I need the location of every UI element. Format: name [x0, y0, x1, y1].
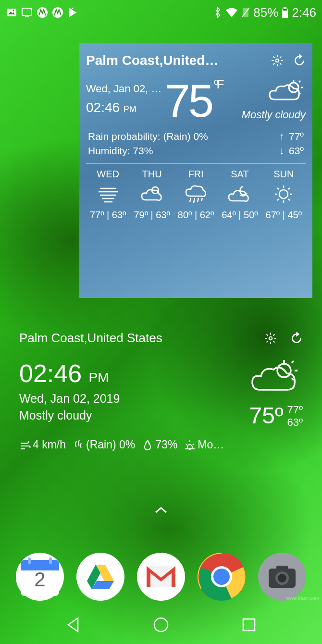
calendar-app[interactable]: 2: [16, 553, 64, 601]
date-text: Wed, Jan 02, …: [86, 83, 161, 95]
gmail-app[interactable]: [137, 553, 185, 601]
weather-widget-large[interactable]: Palm Coast,United… Wed, Jan 02, … 02:46 …: [79, 43, 312, 298]
svg-line-36: [277, 199, 279, 200]
svg-point-2: [13, 10, 14, 12]
svg-rect-53: [28, 557, 31, 564]
wind-icon: [19, 439, 31, 451]
camera-app[interactable]: [258, 553, 306, 601]
svg-line-37: [288, 188, 290, 189]
refresh-icon[interactable]: [293, 54, 306, 67]
mostly-cloudy-icon: [267, 78, 306, 107]
svg-point-29: [279, 190, 288, 198]
svg-line-7: [71, 8, 74, 10]
picture-icon: [6, 7, 17, 18]
refresh-icon[interactable]: [290, 332, 303, 345]
rain-probability: Rain probability: (Rain) 0%: [88, 131, 208, 142]
svg-point-64: [213, 569, 230, 585]
svg-line-43: [292, 378, 294, 380]
watermark: www.frfam.com: [286, 595, 319, 601]
recent-button[interactable]: [240, 616, 258, 633]
home-button[interactable]: [152, 616, 170, 633]
low-temp: 63º: [287, 416, 303, 429]
weather-widget-small[interactable]: Palm Coast,United States 02:46 PM Wed, J…: [19, 331, 303, 451]
chrome-app[interactable]: [198, 553, 246, 601]
forecast-day[interactable]: SAT 64º | 50º: [218, 169, 261, 221]
wifi-icon: [225, 7, 238, 18]
humidity-label: Humidity: 73%: [88, 145, 208, 157]
humidity-stat: 73%: [142, 438, 177, 451]
status-bar: 85% 2:46: [0, 0, 322, 25]
svg-line-27: [198, 198, 198, 202]
svg-line-47: [186, 444, 187, 445]
svg-rect-58: [147, 566, 175, 587]
night-cloudy-icon: [228, 184, 252, 205]
drive-app[interactable]: [76, 553, 124, 601]
no-sim-icon: [241, 7, 250, 18]
svg-line-48: [193, 444, 194, 445]
high-temp: ↑ 77º: [279, 131, 304, 142]
forecast-day[interactable]: SUN 67º | 45º: [262, 169, 306, 221]
wind-stat: 4 km/h: [19, 438, 66, 451]
cast-icon: [21, 7, 33, 18]
forecast-row: WED 77º | 63º THU 79º | 63º FRI 80º | 62…: [86, 169, 306, 221]
navigation-bar: [0, 606, 322, 644]
svg-line-35: [288, 199, 290, 200]
condition-text: Mostly cloudy: [19, 409, 120, 422]
svg-point-69: [154, 618, 168, 632]
svg-rect-66: [276, 566, 288, 570]
battery-icon: [281, 7, 289, 18]
app-drawer-arrow[interactable]: [154, 506, 168, 515]
svg-point-13: [276, 59, 279, 62]
low-temp: ↓ 63º: [279, 145, 304, 157]
svg-line-25: [190, 198, 191, 202]
temperature-large: 75ºF: [164, 78, 222, 124]
back-button[interactable]: [64, 616, 82, 633]
temperature-large: 75º: [249, 402, 284, 429]
high-temp: 77º: [287, 404, 303, 416]
humidity-icon: [142, 439, 153, 451]
svg-line-34: [277, 188, 279, 189]
battery-percent: 85%: [253, 5, 278, 20]
motorola-icon: [37, 7, 48, 18]
svg-rect-12: [283, 9, 287, 11]
time-text: 02:46 PM: [86, 100, 161, 115]
svg-rect-3: [22, 8, 32, 15]
svg-line-28: [201, 198, 202, 201]
svg-text:2: 2: [34, 568, 45, 591]
dock: 2: [0, 553, 322, 601]
svg-rect-70: [243, 619, 255, 631]
svg-line-17: [299, 81, 300, 82]
fog-icon: [96, 184, 120, 205]
sun-icon: [272, 184, 296, 205]
mostly-cloudy-icon: [249, 359, 302, 397]
svg-point-38: [269, 336, 272, 340]
svg-line-42: [292, 361, 294, 363]
rain-icon: [184, 184, 208, 205]
forecast-day[interactable]: THU 79º | 63º: [130, 169, 173, 221]
location-title: Palm Coast,United States: [19, 331, 264, 346]
play-store-icon: [67, 7, 79, 18]
status-time: 2:46: [292, 5, 316, 20]
svg-point-68: [278, 574, 286, 582]
bluetooth-icon: [213, 7, 223, 18]
motorola-icon: [52, 7, 63, 18]
svg-line-26: [194, 198, 195, 203]
rain-drop-icon: [73, 439, 84, 451]
sun-stat: Mo…: [184, 438, 224, 451]
forecast-day[interactable]: WED 77º | 63º: [86, 169, 130, 221]
svg-rect-11: [284, 7, 286, 9]
rain-stat: (Rain) 0%: [73, 438, 135, 451]
sunrise-icon: [184, 439, 196, 451]
time-text: 02:46 PM: [19, 359, 120, 388]
gear-icon[interactable]: [271, 54, 284, 67]
condition-text: Mostly cloudy: [242, 109, 306, 121]
forecast-day[interactable]: FRI 80º | 62º: [174, 169, 218, 221]
date-text: Wed, Jan 02, 2019: [19, 392, 120, 406]
location-title: Palm Coast,United…: [86, 53, 218, 68]
gear-icon[interactable]: [264, 332, 277, 345]
partly-cloudy-icon: [140, 184, 164, 205]
svg-rect-54: [49, 557, 52, 564]
